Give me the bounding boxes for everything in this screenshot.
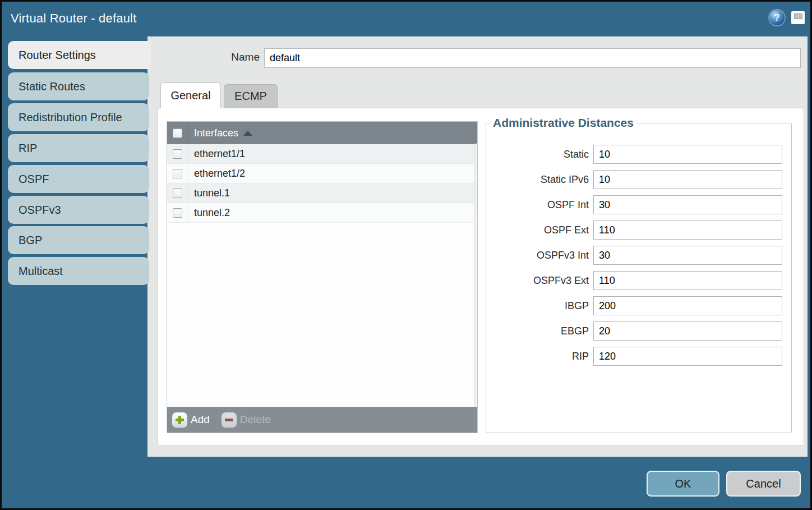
ok-button[interactable]: OK xyxy=(647,471,719,497)
table-footer-bar: Add Delete xyxy=(167,407,477,433)
sort-ascending-icon xyxy=(243,131,252,136)
static-label: Static xyxy=(486,149,589,160)
field-row-ospfv3-int: OSPFv3 Int xyxy=(486,246,791,265)
interface-name: ethernet1/1 xyxy=(188,148,245,160)
delete-button-label: Delete xyxy=(240,413,271,426)
select-all-checkbox[interactable] xyxy=(173,128,182,138)
interface-name: tunnel.2 xyxy=(188,207,230,219)
table-row-tunnel-1[interactable]: tunnel.1 xyxy=(167,183,477,203)
administrative-distances-legend: Administrative Distances xyxy=(490,116,637,130)
tab-ecmp[interactable]: ECMP xyxy=(224,84,278,108)
interface-name: ethernet1/2 xyxy=(188,168,245,180)
minus-icon xyxy=(222,413,236,427)
ospfv3-ext-label: OSPFv3 Ext xyxy=(486,275,589,287)
row-checkbox[interactable] xyxy=(173,189,182,198)
field-row-ospfv3-ext: OSPFv3 Ext xyxy=(486,271,791,290)
help-icon[interactable]: ? xyxy=(769,10,785,25)
maximize-window-icon-inner xyxy=(794,13,802,19)
maximize-window-icon[interactable] xyxy=(791,11,805,24)
row-checkbox[interactable] xyxy=(173,149,182,159)
ebgp-label: EBGP xyxy=(486,325,589,337)
administrative-distances-fieldset: Administrative Distances Static Static I… xyxy=(486,116,792,433)
row-checkbox[interactable] xyxy=(173,208,182,218)
delete-button[interactable]: Delete xyxy=(222,413,271,427)
field-row-ospf-ext: OSPF Ext xyxy=(486,220,791,240)
dialog-title: Virtual Router - default xyxy=(11,11,137,26)
interfaces-table: Interfaces ethernet1/1 ethernet1/2 tunne… xyxy=(167,121,478,433)
table-empty-area xyxy=(167,223,477,407)
field-row-ibgp: IBGP xyxy=(486,296,791,315)
field-row-ospf-int: OSPF Int xyxy=(486,195,791,214)
tab-general[interactable]: General xyxy=(160,82,221,108)
ibgp-input[interactable] xyxy=(593,296,782,315)
row-checkbox[interactable] xyxy=(173,169,182,178)
interfaces-column-header: Interfaces xyxy=(188,127,238,139)
sidebar-item-bgp[interactable]: BGP xyxy=(8,226,149,254)
ospfv3-int-input[interactable] xyxy=(593,246,782,265)
general-tab-panel: Interfaces ethernet1/1 ethernet1/2 tunne… xyxy=(158,108,804,446)
interface-name: tunnel.1 xyxy=(188,187,230,199)
sidebar-item-static-routes[interactable]: Static Routes xyxy=(8,72,149,100)
name-label: Name xyxy=(218,51,260,63)
sidebar-item-ospfv3[interactable]: OSPFv3 xyxy=(8,196,149,224)
virtual-router-dialog: Virtual Router - default ? Router Settin… xyxy=(0,0,812,510)
cancel-button[interactable]: Cancel xyxy=(726,471,801,497)
ospf-int-label: OSPF Int xyxy=(486,199,589,211)
static-input[interactable] xyxy=(593,145,782,164)
plus-icon xyxy=(173,413,187,427)
field-row-ebgp: EBGP xyxy=(486,321,791,341)
add-button[interactable]: Add xyxy=(173,413,210,427)
add-button-label: Add xyxy=(191,413,210,426)
table-scrollbar[interactable] xyxy=(474,144,477,407)
ospf-ext-label: OSPF Ext xyxy=(486,224,589,236)
name-input[interactable] xyxy=(264,48,801,68)
sidebar-item-ospf[interactable]: OSPF xyxy=(8,165,149,193)
table-row-ethernet1-2[interactable]: ethernet1/2 xyxy=(167,164,477,183)
ebgp-input[interactable] xyxy=(593,321,782,341)
field-row-static-ipv6: Static IPv6 xyxy=(486,170,791,189)
ospf-ext-input[interactable] xyxy=(593,220,782,240)
ibgp-label: IBGP xyxy=(486,300,589,312)
sidebar-item-redistribution-profile[interactable]: Redistribution Profile xyxy=(8,103,149,131)
sidebar-item-rip[interactable]: RIP xyxy=(8,134,149,162)
ospf-int-input[interactable] xyxy=(593,195,782,214)
sidebar-item-multicast[interactable]: Multicast xyxy=(8,257,149,285)
table-row-tunnel-2[interactable]: tunnel.2 xyxy=(167,203,477,223)
table-row-ethernet1-1[interactable]: ethernet1/1 xyxy=(167,144,477,164)
sidebar-item-router-settings[interactable]: Router Settings xyxy=(8,41,151,69)
field-row-rip: RIP xyxy=(486,347,791,366)
rip-input[interactable] xyxy=(593,347,782,366)
static-ipv6-input[interactable] xyxy=(593,170,782,189)
ospfv3-ext-input[interactable] xyxy=(593,271,782,290)
interfaces-table-header[interactable]: Interfaces xyxy=(167,122,477,144)
field-row-static: Static xyxy=(486,145,791,164)
rip-label: RIP xyxy=(486,351,589,362)
static-ipv6-label: Static IPv6 xyxy=(486,174,589,186)
ospfv3-int-label: OSPFv3 Int xyxy=(486,250,589,261)
